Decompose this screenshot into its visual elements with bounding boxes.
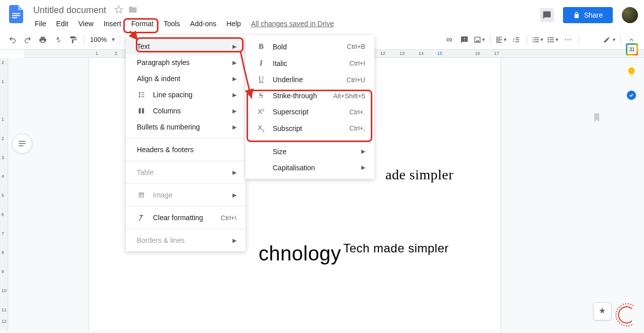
ruler-tick: 1 bbox=[96, 51, 98, 56]
insert-image-icon[interactable]: ▼ bbox=[473, 33, 486, 46]
text-subscript[interactable]: X2 Subscript Ctrl+, bbox=[246, 120, 374, 137]
vertical-ruler[interactable]: 2 1 1 2 3 4 5 6 7 8 9 10 11 12 bbox=[0, 58, 8, 330]
menu-label: Paragraph styles bbox=[137, 58, 190, 66]
doc-title[interactable]: Untitled document bbox=[30, 4, 109, 17]
menu-label: Borders & lines bbox=[137, 236, 185, 244]
ruler-tick: 9 bbox=[2, 269, 4, 274]
chevron-right-icon: ▶ bbox=[232, 76, 236, 82]
ruler-tick: 12 bbox=[2, 319, 7, 324]
insert-comment-icon[interactable] bbox=[458, 33, 471, 46]
text-bold[interactable]: B Bold Ctrl+B bbox=[246, 38, 374, 55]
menu-label: Subscript bbox=[273, 124, 302, 132]
more-icon[interactable]: ⋯ bbox=[561, 33, 575, 46]
ruler-tick: 11 bbox=[2, 307, 7, 312]
separator bbox=[246, 140, 374, 141]
image-icon bbox=[137, 191, 146, 198]
separator bbox=[126, 138, 246, 139]
format-bullets-numbering[interactable]: Bullets & numbering ▶ bbox=[126, 119, 246, 135]
move-folder-icon[interactable] bbox=[128, 5, 137, 16]
text-capitalisation[interactable]: Capitalisation ▶ bbox=[246, 160, 374, 176]
chevron-right-icon: ▶ bbox=[232, 169, 236, 176]
document-text[interactable]: Candid.Technology Tech made simpler bbox=[145, 330, 420, 330]
comments-button[interactable] bbox=[540, 8, 554, 22]
menu-format[interactable]: Format bbox=[127, 18, 158, 30]
shortcut: Ctrl+, bbox=[350, 124, 365, 132]
format-paragraph-styles[interactable]: Paragraph styles ▶ bbox=[126, 54, 246, 71]
zoom-value[interactable]: 100% bbox=[88, 36, 109, 43]
ruler-tick: 8 bbox=[2, 250, 4, 255]
undo-icon[interactable] bbox=[6, 33, 19, 46]
menu-tools[interactable]: Tools bbox=[159, 18, 185, 30]
chevron-down-icon[interactable]: ▼ bbox=[111, 37, 116, 42]
text-size[interactable]: Size ▶ bbox=[246, 144, 374, 160]
bulleted-list-icon[interactable]: ▼ bbox=[546, 33, 559, 46]
title-area: Untitled document File Edit View Insert … bbox=[30, 4, 540, 30]
keep-app-icon[interactable] bbox=[626, 66, 638, 79]
separator bbox=[126, 229, 246, 229]
print-icon[interactable] bbox=[36, 33, 49, 46]
document-text[interactable]: ade simpler bbox=[385, 167, 453, 183]
shortcut: Ctrl+. bbox=[350, 108, 365, 116]
text-strikethrough[interactable]: S Strike-through Alt+Shift+5 bbox=[246, 88, 374, 104]
format-text[interactable]: Text ▶ bbox=[126, 38, 246, 54]
chevron-right-icon: ▶ bbox=[232, 43, 236, 50]
redo-icon[interactable] bbox=[21, 33, 34, 46]
account-avatar[interactable] bbox=[622, 7, 638, 23]
format-headers-footers[interactable]: Headers & footers bbox=[126, 142, 246, 158]
shortcut: Ctrl+U bbox=[347, 76, 365, 84]
paint-format-icon[interactable] bbox=[66, 33, 79, 46]
ruler-tick: 15 bbox=[437, 51, 442, 56]
text-superscript[interactable]: X2 Superscript Ctrl+. bbox=[246, 104, 374, 120]
menu-label: Bold bbox=[273, 43, 287, 51]
text-underline[interactable]: U Underline Ctrl+U bbox=[246, 72, 374, 88]
columns-icon bbox=[137, 107, 146, 114]
star-icon[interactable] bbox=[114, 5, 123, 16]
menu-file[interactable]: File bbox=[30, 18, 51, 30]
ruler-tick: 12 bbox=[380, 51, 385, 56]
ruler-tick: 1 bbox=[2, 117, 4, 122]
text-superscript: Tech made simpler bbox=[343, 241, 449, 255]
menu-label: Image bbox=[153, 191, 173, 199]
ruler-tick: 6 bbox=[2, 212, 4, 217]
separator bbox=[120, 35, 120, 45]
format-clear-formatting[interactable]: Clear formatting Ctrl+\ bbox=[126, 210, 246, 226]
chevron-right-icon: ▶ bbox=[232, 108, 236, 114]
format-columns[interactable]: Columns ▶ bbox=[126, 103, 246, 119]
ruler-tick: 17 bbox=[494, 51, 499, 56]
align-icon[interactable]: ▼ bbox=[495, 33, 508, 46]
outline-toggle[interactable] bbox=[12, 134, 32, 154]
menu-label: Text bbox=[137, 42, 150, 50]
svg-rect-0 bbox=[12, 13, 20, 14]
text-submenu: B Bold Ctrl+B I Italic Ctrl+I U Underlin… bbox=[246, 35, 374, 179]
menu-view[interactable]: View bbox=[74, 18, 98, 30]
menu-edit[interactable]: Edit bbox=[52, 18, 73, 30]
line-spacing-icon[interactable] bbox=[510, 33, 523, 46]
docs-logo[interactable] bbox=[6, 4, 26, 24]
chevron-right-icon: ▶ bbox=[361, 148, 365, 155]
separator bbox=[84, 35, 84, 45]
save-status[interactable]: All changes saved in Drive bbox=[247, 18, 339, 30]
chevron-right-icon: ▶ bbox=[361, 164, 365, 171]
spellcheck-icon[interactable] bbox=[51, 33, 64, 46]
numbered-list-icon[interactable]: ▼ bbox=[531, 33, 544, 46]
format-align-indent[interactable]: Align & indent ▶ bbox=[126, 71, 246, 87]
menu-addons[interactable]: Add-ons bbox=[186, 18, 221, 30]
explore-button[interactable] bbox=[593, 302, 611, 320]
ruler-tick: 7 bbox=[2, 231, 4, 236]
menu-help[interactable]: Help bbox=[222, 18, 246, 30]
text-large: chnology bbox=[259, 242, 341, 264]
menu-label: Line spacing bbox=[153, 91, 193, 99]
text-italic[interactable]: I Italic Ctrl+I bbox=[246, 55, 374, 72]
insert-link-icon[interactable] bbox=[443, 33, 456, 46]
menu-insert[interactable]: Insert bbox=[99, 18, 126, 30]
header: Untitled document File Edit View Insert … bbox=[0, 0, 644, 30]
italic-icon: I bbox=[257, 59, 266, 68]
superscript-icon: X2 bbox=[257, 108, 266, 115]
line-spacing-icon bbox=[137, 91, 146, 98]
format-line-spacing[interactable]: Line spacing ▶ bbox=[126, 87, 246, 103]
calendar-app-icon[interactable]: 31 bbox=[626, 43, 638, 55]
share-button[interactable]: Share bbox=[563, 7, 613, 23]
document-text[interactable]: chnology Tech made simpler bbox=[259, 242, 449, 265]
editing-mode-icon[interactable]: ▼ bbox=[603, 33, 616, 46]
tasks-app-icon[interactable] bbox=[626, 90, 638, 102]
